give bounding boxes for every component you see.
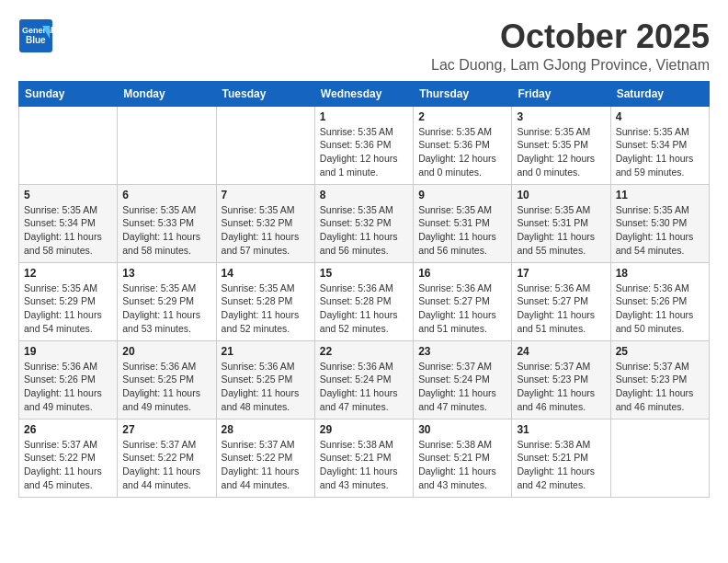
day-info: Sunrise: 5:37 AMSunset: 5:22 PMDaylight:… (222, 438, 310, 492)
header: General Blue October 2025 Lac Duong, Lam… (18, 18, 710, 74)
day-info: Sunrise: 5:36 AMSunset: 5:25 PMDaylight:… (122, 360, 210, 414)
day-info: Sunrise: 5:38 AMSunset: 5:21 PMDaylight:… (320, 438, 408, 492)
calendar-cell (19, 106, 118, 184)
day-number: 10 (517, 189, 605, 201)
day-info: Sunrise: 5:35 AMSunset: 5:36 PMDaylight:… (320, 125, 408, 179)
day-number: 31 (517, 423, 605, 436)
day-number: 13 (122, 267, 210, 280)
day-number: 28 (222, 423, 310, 436)
day-number: 30 (418, 423, 506, 436)
day-number: 25 (616, 345, 704, 358)
calendar-cell: 18Sunrise: 5:36 AMSunset: 5:26 PMDayligh… (610, 262, 709, 340)
calendar-cell (216, 106, 314, 184)
day-info: Sunrise: 5:35 AMSunset: 5:32 PMDaylight:… (320, 203, 408, 258)
day-info: Sunrise: 5:35 AMSunset: 5:28 PMDaylight:… (222, 282, 310, 336)
calendar-cell: 7Sunrise: 5:35 AMSunset: 5:32 PMDaylight… (216, 184, 314, 262)
day-number: 8 (320, 189, 408, 201)
day-info: Sunrise: 5:35 AMSunset: 5:29 PMDaylight:… (24, 282, 112, 336)
calendar-cell: 24Sunrise: 5:37 AMSunset: 5:23 PMDayligh… (512, 340, 610, 419)
calendar-cell: 25Sunrise: 5:37 AMSunset: 5:23 PMDayligh… (610, 340, 709, 419)
col-wednesday: Wednesday (314, 81, 413, 106)
calendar-cell: 11Sunrise: 5:35 AMSunset: 5:30 PMDayligh… (610, 184, 709, 262)
day-number: 24 (517, 345, 605, 358)
day-number: 18 (616, 267, 704, 280)
calendar-cell: 15Sunrise: 5:36 AMSunset: 5:28 PMDayligh… (314, 262, 413, 340)
day-info: Sunrise: 5:37 AMSunset: 5:22 PMDaylight:… (24, 438, 112, 492)
day-info: Sunrise: 5:36 AMSunset: 5:27 PMDaylight:… (418, 282, 506, 336)
calendar-week-2: 5Sunrise: 5:35 AMSunset: 5:34 PMDaylight… (19, 184, 710, 262)
day-number: 23 (418, 345, 506, 358)
day-number: 1 (320, 110, 408, 123)
calendar-cell (610, 419, 709, 497)
day-info: Sunrise: 5:35 AMSunset: 5:31 PMDaylight:… (418, 203, 506, 258)
calendar-cell: 19Sunrise: 5:36 AMSunset: 5:26 PMDayligh… (19, 340, 118, 419)
day-info: Sunrise: 5:38 AMSunset: 5:21 PMDaylight:… (418, 438, 506, 492)
day-number: 20 (122, 345, 210, 358)
col-tuesday: Tuesday (216, 81, 314, 106)
day-info: Sunrise: 5:38 AMSunset: 5:21 PMDaylight:… (517, 438, 605, 492)
col-monday: Monday (118, 81, 216, 106)
day-info: Sunrise: 5:35 AMSunset: 5:29 PMDaylight:… (122, 282, 210, 336)
day-number: 5 (24, 189, 112, 201)
calendar-cell: 29Sunrise: 5:38 AMSunset: 5:21 PMDayligh… (314, 419, 413, 497)
calendar-cell: 22Sunrise: 5:36 AMSunset: 5:24 PMDayligh… (314, 340, 413, 419)
day-number: 9 (418, 189, 506, 201)
calendar-cell: 23Sunrise: 5:37 AMSunset: 5:24 PMDayligh… (414, 340, 512, 419)
day-info: Sunrise: 5:36 AMSunset: 5:26 PMDaylight:… (616, 282, 704, 336)
calendar-cell: 1Sunrise: 5:35 AMSunset: 5:36 PMDaylight… (314, 106, 413, 184)
day-info: Sunrise: 5:36 AMSunset: 5:26 PMDaylight:… (24, 360, 112, 414)
title-area: October 2025 Lac Duong, Lam GJong Provin… (431, 18, 710, 74)
day-info: Sunrise: 5:35 AMSunset: 5:36 PMDaylight:… (418, 125, 506, 179)
calendar-cell: 5Sunrise: 5:35 AMSunset: 5:34 PMDaylight… (19, 184, 118, 262)
day-number: 3 (517, 110, 605, 123)
day-number: 4 (616, 110, 704, 123)
calendar-cell: 13Sunrise: 5:35 AMSunset: 5:29 PMDayligh… (118, 262, 216, 340)
day-number: 21 (222, 345, 310, 358)
day-number: 19 (24, 345, 112, 358)
day-number: 2 (418, 110, 506, 123)
calendar-cell: 10Sunrise: 5:35 AMSunset: 5:31 PMDayligh… (512, 184, 610, 262)
day-number: 17 (517, 267, 605, 280)
calendar-cell: 2Sunrise: 5:35 AMSunset: 5:36 PMDaylight… (414, 106, 512, 184)
day-number: 22 (320, 345, 408, 358)
page-container: General Blue October 2025 Lac Duong, Lam… (18, 18, 710, 498)
month-title: October 2025 (431, 18, 710, 55)
calendar-cell: 14Sunrise: 5:35 AMSunset: 5:28 PMDayligh… (216, 262, 314, 340)
day-info: Sunrise: 5:36 AMSunset: 5:25 PMDaylight:… (222, 360, 310, 414)
calendar-cell: 28Sunrise: 5:37 AMSunset: 5:22 PMDayligh… (216, 419, 314, 497)
calendar-cell: 9Sunrise: 5:35 AMSunset: 5:31 PMDaylight… (414, 184, 512, 262)
location-subtitle: Lac Duong, Lam GJong Province, Vietnam (431, 57, 710, 74)
calendar-week-4: 19Sunrise: 5:36 AMSunset: 5:26 PMDayligh… (19, 340, 710, 419)
calendar-week-3: 12Sunrise: 5:35 AMSunset: 5:29 PMDayligh… (19, 262, 710, 340)
day-number: 7 (222, 189, 310, 201)
calendar-cell: 26Sunrise: 5:37 AMSunset: 5:22 PMDayligh… (19, 419, 118, 497)
general-blue-icon: General Blue (18, 18, 53, 53)
day-info: Sunrise: 5:37 AMSunset: 5:23 PMDaylight:… (517, 360, 605, 414)
calendar-cell: 3Sunrise: 5:35 AMSunset: 5:35 PMDaylight… (512, 106, 610, 184)
day-info: Sunrise: 5:35 AMSunset: 5:34 PMDaylight:… (24, 203, 112, 258)
calendar-cell: 31Sunrise: 5:38 AMSunset: 5:21 PMDayligh… (512, 419, 610, 497)
col-sunday: Sunday (19, 81, 118, 106)
day-info: Sunrise: 5:37 AMSunset: 5:24 PMDaylight:… (418, 360, 506, 414)
calendar-cell: 21Sunrise: 5:36 AMSunset: 5:25 PMDayligh… (216, 340, 314, 419)
calendar-week-1: 1Sunrise: 5:35 AMSunset: 5:36 PMDaylight… (19, 106, 710, 184)
logo-wrapper: General Blue (18, 18, 53, 53)
calendar-cell (118, 106, 216, 184)
day-number: 11 (616, 189, 704, 201)
calendar-week-5: 26Sunrise: 5:37 AMSunset: 5:22 PMDayligh… (19, 419, 710, 497)
col-friday: Friday (512, 81, 610, 106)
day-info: Sunrise: 5:37 AMSunset: 5:23 PMDaylight:… (616, 360, 704, 414)
day-number: 14 (222, 267, 310, 280)
calendar-cell: 6Sunrise: 5:35 AMSunset: 5:33 PMDaylight… (118, 184, 216, 262)
day-number: 15 (320, 267, 408, 280)
day-info: Sunrise: 5:35 AMSunset: 5:35 PMDaylight:… (517, 125, 605, 179)
col-thursday: Thursday (414, 81, 512, 106)
day-info: Sunrise: 5:35 AMSunset: 5:34 PMDaylight:… (616, 125, 704, 179)
day-info: Sunrise: 5:35 AMSunset: 5:32 PMDaylight:… (222, 203, 310, 258)
calendar-cell: 12Sunrise: 5:35 AMSunset: 5:29 PMDayligh… (19, 262, 118, 340)
day-info: Sunrise: 5:36 AMSunset: 5:24 PMDaylight:… (320, 360, 408, 414)
day-number: 27 (122, 423, 210, 436)
day-info: Sunrise: 5:37 AMSunset: 5:22 PMDaylight:… (122, 438, 210, 492)
calendar-cell: 4Sunrise: 5:35 AMSunset: 5:34 PMDaylight… (610, 106, 709, 184)
calendar-cell: 27Sunrise: 5:37 AMSunset: 5:22 PMDayligh… (118, 419, 216, 497)
